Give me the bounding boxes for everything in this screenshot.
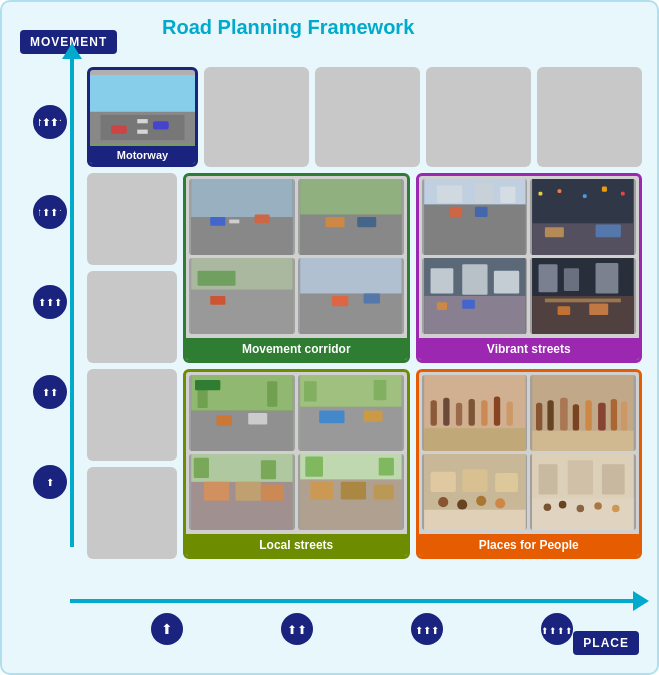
svg-rect-126	[548, 400, 554, 430]
svg-rect-63	[545, 227, 564, 237]
movement-icon-5: ⬆⬆⬆⬆	[33, 105, 67, 139]
vibrant-photo-3	[422, 258, 528, 334]
svg-rect-50	[436, 185, 461, 203]
svg-rect-57	[539, 192, 543, 196]
axis-icon-4: ⬆⬆⬆⬆	[32, 167, 68, 257]
svg-rect-101	[261, 460, 276, 479]
bot-gray-1	[87, 369, 177, 461]
local-streets-box[interactable]: Local streets	[183, 369, 410, 559]
svg-point-151	[559, 501, 567, 509]
places-for-people-box[interactable]: Places for People	[416, 369, 643, 559]
mid-gray-col	[87, 173, 177, 363]
local-photo-4	[298, 454, 404, 530]
svg-point-139	[438, 497, 448, 507]
svg-rect-89	[248, 413, 267, 424]
movement-photo-1	[189, 179, 295, 255]
svg-rect-23	[90, 75, 195, 112]
svg-rect-61	[621, 192, 625, 196]
horizontal-axis-icons: ⬆ ⬆⬆ ⬆⬆⬆ ⬆⬆⬆⬆	[102, 613, 622, 645]
svg-text:⬆⬆: ⬆⬆	[42, 387, 58, 398]
movement-icon-1: ⬆	[33, 465, 67, 499]
svg-rect-79	[545, 299, 621, 303]
svg-rect-93	[304, 381, 317, 401]
motorway-cell[interactable]: Motorway	[87, 67, 198, 167]
svg-rect-104	[261, 484, 284, 500]
movement-corridor-label: Movement corridor	[186, 338, 407, 360]
axis-icon-5: ⬆⬆⬆⬆	[32, 77, 68, 167]
place-icon-2: ⬆⬆	[281, 613, 313, 645]
svg-rect-137	[462, 469, 487, 492]
local-streets-label: Local streets	[186, 534, 407, 556]
svg-rect-119	[481, 400, 487, 425]
svg-rect-59	[583, 194, 587, 198]
svg-rect-78	[596, 263, 619, 293]
movement-corridor-box[interactable]: Movement corridor	[183, 173, 410, 363]
svg-rect-88	[217, 416, 232, 426]
vibrant-photo-4	[530, 258, 636, 334]
svg-rect-29	[229, 220, 239, 224]
people-photo-2	[530, 375, 636, 451]
svg-rect-71	[436, 302, 446, 310]
top-row: Motorway	[87, 67, 642, 167]
svg-rect-148	[568, 460, 593, 494]
svg-rect-108	[305, 457, 323, 477]
svg-rect-69	[462, 264, 487, 294]
svg-rect-40	[198, 271, 236, 286]
svg-text:⬆⬆⬆⬆: ⬆⬆⬆⬆	[39, 207, 61, 218]
empty-cell-3	[426, 67, 531, 167]
svg-text:⬆⬆: ⬆⬆	[287, 623, 307, 637]
svg-rect-60	[602, 187, 607, 192]
svg-rect-127	[560, 398, 568, 431]
empty-cell-4	[537, 67, 642, 167]
svg-rect-27	[191, 217, 292, 255]
grid-area: Motorway	[87, 67, 642, 577]
empty-cell-1	[204, 67, 309, 167]
people-photo-4	[530, 454, 636, 530]
svg-rect-86	[267, 381, 277, 406]
vibrant-streets-box[interactable]: Vibrant streets	[416, 173, 643, 363]
svg-rect-45	[332, 296, 348, 306]
svg-rect-112	[373, 484, 393, 499]
svg-rect-28	[191, 179, 292, 217]
mid-gray-2	[87, 271, 177, 363]
svg-rect-149	[602, 464, 625, 494]
local-photo-3	[189, 454, 295, 530]
vertical-axis-icons: ⬆⬆⬆⬆ ⬆⬆⬆⬆ ⬆⬆⬆	[32, 77, 68, 527]
axis-icon-3: ⬆⬆⬆	[32, 257, 68, 347]
place-icon-4: ⬆⬆⬆⬆	[541, 613, 573, 645]
svg-point-152	[577, 505, 585, 513]
svg-rect-103	[236, 482, 261, 501]
svg-rect-44	[300, 258, 401, 293]
axis-icon-1: ⬆	[32, 437, 68, 527]
svg-rect-109	[378, 458, 393, 476]
svg-rect-131	[611, 399, 617, 431]
svg-rect-122	[424, 428, 525, 451]
svg-rect-111	[340, 482, 365, 500]
svg-rect-68	[430, 268, 453, 293]
svg-rect-31	[210, 217, 225, 226]
movement-icon-4: ⬆⬆⬆⬆	[33, 195, 67, 229]
horizontal-axis-arrow	[70, 599, 635, 603]
svg-rect-21	[137, 119, 148, 123]
svg-rect-91	[300, 407, 401, 451]
svg-rect-94	[373, 380, 386, 400]
axis-icon-2: ⬆⬆	[32, 347, 68, 437]
svg-point-150	[544, 503, 552, 511]
movement-icon-3: ⬆⬆⬆	[33, 285, 67, 319]
svg-rect-77	[564, 268, 579, 291]
svg-rect-80	[558, 306, 571, 315]
svg-rect-116	[443, 398, 449, 426]
svg-rect-43	[300, 293, 401, 334]
svg-rect-35	[325, 217, 344, 227]
people-photo-3	[422, 454, 528, 530]
svg-rect-81	[589, 304, 608, 315]
svg-rect-102	[204, 482, 229, 501]
svg-rect-125	[536, 403, 542, 431]
vibrant-photo-2	[530, 179, 636, 255]
movement-photo-3	[189, 258, 295, 334]
svg-rect-87	[195, 380, 220, 390]
svg-rect-51	[474, 183, 493, 203]
svg-rect-118	[468, 399, 474, 426]
svg-rect-130	[598, 403, 606, 431]
framework-container: Road Planning Framework MOVEMENT PLACE ⬆…	[0, 0, 659, 675]
